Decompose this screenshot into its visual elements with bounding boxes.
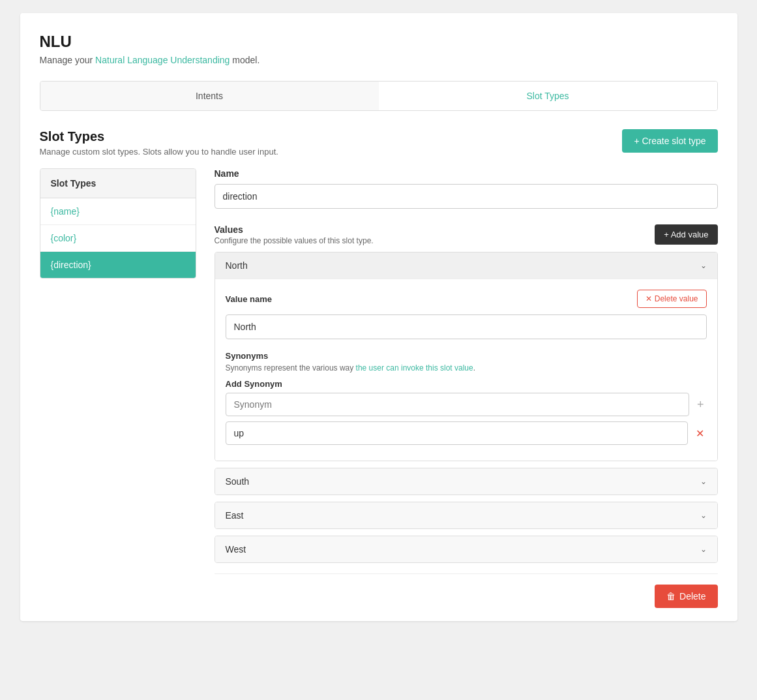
add-synonym-label: Add Synonym xyxy=(226,379,707,389)
page-header: NLU Manage your Natural Language Underst… xyxy=(40,33,718,65)
times-icon: ✕ xyxy=(646,294,652,303)
page-subtitle: Manage your Natural Language Understandi… xyxy=(40,55,718,65)
sidebar-item-color[interactable]: {color} xyxy=(40,225,196,252)
sidebar-item-direction[interactable]: {direction} xyxy=(40,252,196,278)
value-row-header-west[interactable]: West ⌄ xyxy=(215,536,717,562)
value-label-south: South xyxy=(226,476,250,487)
trash-icon: 🗑 xyxy=(666,591,675,601)
value-name-label: Value name xyxy=(226,294,273,304)
main-container: NLU Manage your Natural Language Underst… xyxy=(20,13,737,621)
chevron-down-icon: ⌄ xyxy=(700,477,707,486)
add-synonym-button[interactable]: + xyxy=(694,395,707,414)
section-desc: Manage custom slot types. Slots allow yo… xyxy=(40,147,278,157)
chevron-down-icon: ⌄ xyxy=(700,261,707,270)
sidebar-header: Slot Types xyxy=(40,169,196,198)
tab-intents[interactable]: Intents xyxy=(40,82,379,110)
value-name-input[interactable] xyxy=(226,314,707,339)
main-layout: Slot Types {name} {color} {direction} Na… xyxy=(40,168,718,608)
delete-value-button[interactable]: ✕ Delete value xyxy=(637,290,707,308)
delete-slot-type-button[interactable]: 🗑 Delete xyxy=(655,585,717,608)
value-label-east: East xyxy=(226,510,244,521)
chevron-down-icon: ⌄ xyxy=(700,511,707,520)
value-label-west: West xyxy=(226,544,246,555)
value-row-header-north[interactable]: North ⌄ xyxy=(215,252,717,279)
value-row-header-east[interactable]: East ⌄ xyxy=(215,502,717,528)
remove-synonym-button-up[interactable]: ✕ xyxy=(693,425,707,442)
value-row-south: South ⌄ xyxy=(215,468,718,495)
section-title-group: Slot Types Manage custom slot types. Slo… xyxy=(40,129,278,157)
value-row-east: East ⌄ xyxy=(215,502,718,529)
values-section: Values Configure the possible values of … xyxy=(215,224,718,563)
synonyms-title: Synonyms xyxy=(226,351,707,361)
name-field-group: Name xyxy=(215,168,718,209)
value-label-north: North xyxy=(226,260,248,271)
value-north-expanded: Value name ✕ Delete value Synonyms Synon… xyxy=(215,279,717,461)
values-title-group: Values Configure the possible values of … xyxy=(215,224,374,245)
slot-types-sidebar: Slot Types {name} {color} {direction} xyxy=(40,168,196,279)
name-field-label: Name xyxy=(215,168,718,179)
add-value-button[interactable]: + Add value xyxy=(655,224,717,245)
synonym-input-up[interactable] xyxy=(226,421,688,445)
value-name-row: Value name ✕ Delete value xyxy=(226,290,707,308)
synonyms-section: Synonyms Synonyms represent the various … xyxy=(226,351,707,445)
slot-type-content: Name Values Configure the possible value… xyxy=(196,168,718,608)
synonyms-desc: Synonyms represent the various way the u… xyxy=(226,363,707,373)
synonym-input-row-up: ✕ xyxy=(226,421,707,445)
section-title: Slot Types xyxy=(40,129,278,144)
value-row-north: North ⌄ Value name ✕ Delete value xyxy=(215,252,718,461)
bottom-actions: 🗑 Delete xyxy=(215,573,718,608)
values-desc: Configure the possible values of this sl… xyxy=(215,236,374,245)
synonym-input-row-empty: + xyxy=(226,393,707,416)
create-slot-type-button[interactable]: + Create slot type xyxy=(622,129,717,153)
value-row-west: West ⌄ xyxy=(215,536,718,563)
values-header: Values Configure the possible values of … xyxy=(215,224,718,245)
tab-slot-types[interactable]: Slot Types xyxy=(379,82,717,110)
section-header: Slot Types Manage custom slot types. Slo… xyxy=(40,129,718,157)
value-row-header-south[interactable]: South ⌄ xyxy=(215,468,717,495)
synonym-input-empty[interactable] xyxy=(226,393,689,416)
values-title: Values xyxy=(215,224,374,235)
chevron-down-icon: ⌄ xyxy=(700,545,707,554)
sidebar-item-name[interactable]: {name} xyxy=(40,198,196,225)
tab-bar: Intents Slot Types xyxy=(40,81,718,111)
name-input[interactable] xyxy=(215,184,718,209)
page-title: NLU xyxy=(40,33,718,51)
